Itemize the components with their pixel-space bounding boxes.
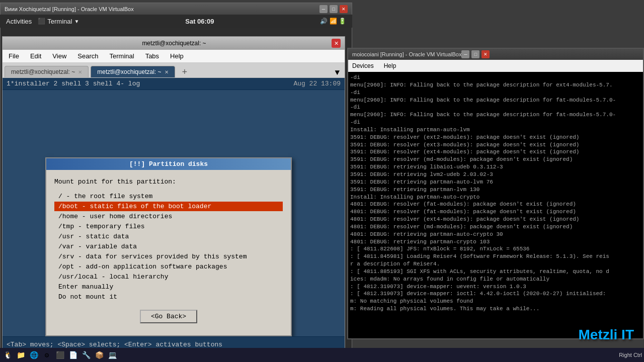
gnome-system-tray: 🔊 📶 🔋 <box>320 18 346 25</box>
tab2-label: metztli@xochiquetzal: ~ <box>97 68 161 75</box>
log-line: 3591: DEBUG: resolver (ext2-modules): pa… <box>350 134 641 141</box>
terminal-menu-view[interactable]: View <box>50 51 68 61</box>
gnome-activities[interactable]: Activities <box>6 18 32 25</box>
log-line: 4801: DEBUG: resolver (ext4-modules): pa… <box>350 216 641 223</box>
log-line: menu[2960]: INFO: Falling back to the pa… <box>350 97 641 104</box>
log-line: : [ 4811.885193] SGI XFS with ACLs, secu… <box>350 268 641 276</box>
vbox-back-window: moiocoiani [Running] - Oracle VM Virtual… <box>347 48 644 339</box>
log-line: 4801: DEBUG: resolver (md-modules): pack… <box>350 223 641 231</box>
log-line: 3591: DEBUG: retrieving libaio1-udeb 0.3… <box>350 163 641 171</box>
tab-dropdown-button[interactable]: ▼ <box>332 68 343 77</box>
log-line: menu[2960]: INFO: Falling back to the pa… <box>350 81 641 89</box>
vbox-back-menu-help[interactable]: Help <box>382 61 398 70</box>
terminal-window: metztli@xochiquetzal: ~ ✕ File Edit View… <box>2 36 345 353</box>
vbox-back-log: -dimenu[2960]: INFO: Falling back to the… <box>348 72 643 338</box>
go-back-button[interactable]: <Go Back> <box>140 310 197 323</box>
new-tab-button[interactable]: + <box>179 67 191 77</box>
terminal-menubar: File Edit View Search Terminal Tabs Help <box>3 50 345 63</box>
log-line: ices: mdadm: No arrays found in config f… <box>350 276 641 283</box>
gnome-clock: Sat 06:09 <box>185 18 214 25</box>
log-line: 3591: DEBUG: retrieving partman-auto-lvm… <box>350 178 641 186</box>
gnome-topbar: Activities ⬛ Terminal ▼ Sat 06:09 🔊 📶 🔋 <box>0 15 352 28</box>
terminal-menu-help[interactable]: Help <box>168 51 186 61</box>
dialog-option-3[interactable]: /tmp - temporary files <box>54 222 283 231</box>
log-line: m: No matching physical volumes found <box>350 298 641 305</box>
taskbar-icon-9[interactable]: 💻 <box>107 349 118 360</box>
watermark: Metzli IT <box>579 327 634 343</box>
terminal-menu-edit[interactable]: Edit <box>28 51 43 61</box>
dialog-option-4[interactable]: /usr - static data <box>54 232 283 241</box>
taskbar-icon-6[interactable]: 📄 <box>67 349 78 360</box>
terminal-menu-search[interactable]: Search <box>75 51 100 61</box>
system-icons: 🔊 📶 🔋 <box>320 18 346 25</box>
terminal-tabs-bar: metztli@xochiquetzal: ~ ✕ metztli@xochiq… <box>3 63 345 78</box>
taskbar-icon-3[interactable]: 🌐 <box>28 349 39 360</box>
dialog-option-10[interactable]: Do not mount it <box>54 292 283 302</box>
dialog-option-8[interactable]: /usr/local - local hierarchy <box>54 272 283 282</box>
log-line: : [ 4812.319073] device-mapper: uevent: … <box>350 283 641 291</box>
terminal-menu-file[interactable]: File <box>7 51 21 61</box>
log-line: : [ 4811.822608] JFS: nTxBlock = 8192, n… <box>350 245 641 253</box>
vbox-back-maximize[interactable]: □ <box>471 50 479 58</box>
dialog-option-5[interactable]: /var - variable data <box>54 242 283 251</box>
log-line: : [ 4811.845981] Loading Reiser4 (Softwa… <box>350 253 641 260</box>
vbox-back-menubar: Devices Help <box>348 60 643 72</box>
taskbar-icon-7[interactable]: 🔧 <box>80 349 92 360</box>
taskbar-icon-5[interactable]: ⬛ <box>54 349 65 360</box>
terminal-menu-tabs[interactable]: Tabs <box>143 51 161 61</box>
vbox-front-close[interactable]: ✕ <box>340 5 348 13</box>
dialog-option-1[interactable]: /boot - static files of the boot loader <box>54 202 283 211</box>
tab1-label: metztli@xochiquetzal: ~ <box>11 68 75 75</box>
log-line: : [ 4812.319073] device-mapper: ioctl: 4… <box>350 290 641 298</box>
taskbar: 🐧 📁 🌐 ⚙ ⬛ 📄 🔧 📦 💻 Right Ctrl <box>0 348 644 362</box>
screen-indicator: 1*installer 2 shell 3 shell 4- log Aug 2… <box>3 78 345 90</box>
vbox-back-titlebar: moiocoiani [Running] - Oracle VM Virtual… <box>348 49 643 60</box>
vbox-back-menu-devices[interactable]: Devices <box>350 61 376 70</box>
vbox-front-restore[interactable]: □ <box>330 5 338 13</box>
terminal-close-button[interactable]: ✕ <box>332 39 341 48</box>
right-ctrl-label: Right Ctrl <box>619 352 642 358</box>
dialog-button-area: <Go Back> <box>54 310 283 327</box>
tab1-close[interactable]: ✕ <box>78 69 82 75</box>
terminal-dropdown-icon[interactable]: ▼ <box>74 19 79 24</box>
log-line: Install: Installing partman-auto-crypto <box>350 194 641 201</box>
taskbar-icon-1[interactable]: 🐧 <box>2 349 13 360</box>
log-line: 3591: DEBUG: resolver (ext3-modules): pa… <box>350 141 641 149</box>
dialog-option-9[interactable]: Enter manually <box>54 282 283 292</box>
dialog-option-7[interactable]: /opt - add-on application software packa… <box>54 262 283 272</box>
terminal-menu-terminal[interactable]: Terminal <box>108 51 136 61</box>
dialog-title: [!!] Partition disks <box>129 160 208 168</box>
log-line: m: Reading all physical volumes. This ma… <box>350 305 641 313</box>
taskbar-icon-8[interactable]: 📦 <box>94 349 105 360</box>
dialog-option-6[interactable]: /srv - data for services provided by thi… <box>54 252 283 261</box>
log-line: -di <box>350 119 641 126</box>
terminal-icon: ⬛ <box>38 18 45 25</box>
taskbar-right-area: Right Ctrl <box>619 352 642 358</box>
vbox-back-minimize[interactable]: ─ <box>461 50 469 58</box>
dialog-option-0[interactable]: / - the root file system <box>54 192 283 201</box>
vbox-front-titlebar: Виии Xochiquetzal [Running] - Oracle VM … <box>1 3 352 15</box>
dialog-prompt: Mount point for this partition: <box>54 178 283 186</box>
taskbar-icon-4[interactable]: ⚙ <box>41 349 52 360</box>
log-line: 3591: DEBUG: resolver (md-modules): pack… <box>350 156 641 163</box>
log-line: r a description of Reiser4. <box>350 260 641 268</box>
log-line: 3591: DEBUG: retrieving partman-lvm 130 <box>350 186 641 194</box>
screen-sessions: 1*installer 2 shell 3 shell 4- log <box>7 80 140 87</box>
log-line: 3591: DEBUG: resolver (ext4-modules): pa… <box>350 148 641 156</box>
log-line: 4801: DEBUG: retrieving partman-crypto 1… <box>350 238 641 246</box>
vbox-front-minimize[interactable]: ─ <box>319 5 328 13</box>
terminal-tab-1[interactable]: metztli@xochiquetzal: ~ ✕ <box>5 66 89 77</box>
dialog-option-2[interactable]: /home - user home directories <box>54 212 283 221</box>
screen-date: Aug 22 13:09 <box>293 80 341 87</box>
tab2-close[interactable]: ✕ <box>165 69 169 75</box>
terminal-title: metztli@xochiquetzal: ~ <box>142 40 206 47</box>
log-line: 4801: DEBUG: resolver (fat-modules): pac… <box>350 208 641 216</box>
terminal-tab-2[interactable]: metztli@xochiquetzal: ~ ✕ <box>91 66 175 77</box>
vbox-back-close[interactable]: ✕ <box>481 50 490 58</box>
log-line: 4801: DEBUG: resolver (fat-modules): pac… <box>350 201 641 208</box>
log-line: 4801: DEBUG: retrieving partman-auto-cry… <box>350 231 641 238</box>
log-line: Install: Installing partman-auto-lvm <box>350 126 641 134</box>
taskbar-icon-2[interactable]: 📁 <box>15 349 26 360</box>
dialog-titlebar: [!!] Partition disks <box>46 158 291 170</box>
vbox-front-title: Виии Xochiquetzal [Running] - Oracle VM … <box>5 6 134 12</box>
